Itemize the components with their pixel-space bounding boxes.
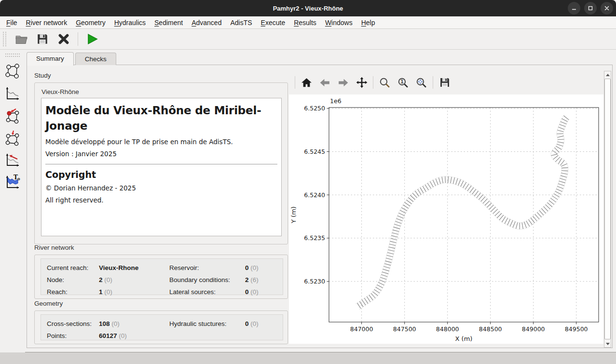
home-icon [301,77,313,89]
svg-text:0: 0 [17,176,20,181]
node-boundary-conditions-button[interactable] [3,107,22,124]
x-tick-label: 849500 [565,325,588,333]
stat-label: Current reach: [47,264,99,271]
plot-home-button[interactable] [300,76,314,90]
stat-label: Reservoir: [169,264,245,271]
menu-bar: FileRiver networkGeometryHydraulicsSedim… [0,16,616,29]
concentration-initial-button[interactable] [3,151,22,169]
desktop: Pamhyr2 - Vieux-Rhône FileRiver networkG… [0,0,616,364]
plot-toolbar-separator [433,76,433,89]
minimize-button[interactable] [568,2,580,14]
stat-value: 0 (0) [245,288,277,296]
magnifier-icon [379,77,391,89]
initial-state-t0-button[interactable]: T 0 [3,174,22,191]
save-study-button[interactable] [35,32,50,46]
river-network-plot[interactable]: 8470008475008480008485008490008495006.52… [289,95,603,344]
study-name-label: Vieux-Rhône [41,88,79,95]
axis-offset-label: 1e6 [330,97,342,105]
minimize-icon [571,5,577,11]
stat-label: Cross-sections: [47,320,99,327]
river-network-group-label: River network [34,244,74,251]
tab-summary[interactable]: Summary [27,52,74,66]
magnifier-fit-icon [415,77,427,89]
stat-value: 2 (0) [99,276,169,283]
stat-value: 108 (0) [99,320,169,327]
geometry-stats: Cross-sections:108 (0)Hydraulic stucture… [41,314,283,340]
toolbar-separator [78,32,78,46]
x-tick-label: 847000 [350,325,373,333]
menu-execute[interactable]: Execute [257,17,290,28]
stat-value: 60127 (0) [99,332,169,339]
geometry-profile-button[interactable] [3,85,22,102]
stat-label: Reach: [47,288,99,296]
close-button[interactable] [601,2,613,14]
window-title: Pamhyr2 - Vieux-Rhône [273,5,343,12]
river-network-button[interactable] [3,63,22,80]
x-tick-label: 848500 [479,325,502,333]
y-axis-label: Y (m) [290,206,297,224]
plot-save-button[interactable] [438,76,452,90]
y-tick-label: 6.5250 [304,105,325,112]
x-tick-label: 848000 [436,325,459,333]
plot-back-button[interactable] [318,76,332,90]
y-tick-label: 6.5240 [304,191,325,199]
doc-divider [45,164,277,164]
run-solver-button[interactable] [85,32,99,46]
desktop-background [0,353,616,364]
close-icon [604,5,610,11]
magnifier-1-icon: 1 [397,77,409,89]
close-study-button[interactable] [56,32,71,46]
floppy-save-icon [36,33,49,45]
folder-open-icon [15,33,28,46]
study-doc-subtitle: Modèle développé pour le TP de prise en … [45,138,277,146]
maximize-button[interactable] [584,2,597,14]
plot-forward-button[interactable] [336,76,350,90]
menu-adists[interactable]: AdisTS [226,17,256,28]
lateral-sources-button[interactable] [3,129,22,147]
plot-zoom-button[interactable] [378,76,392,90]
titlebar[interactable]: Pamhyr2 - Vieux-Rhône [0,0,616,16]
scroll-down-arrow[interactable] [604,340,611,347]
toolbar-grip[interactable] [3,32,6,46]
y-tick-label: 6.5230 [304,278,325,285]
menu-river-network[interactable]: River network [22,17,72,28]
chart-t0-blue-icon: T 0 [4,174,21,190]
menu-results[interactable]: Results [289,17,321,28]
menu-help[interactable]: Help [357,17,380,28]
menu-file[interactable]: File [2,17,22,28]
stat-value: Vieux-Rhone [99,264,169,271]
menu-advanced[interactable]: Advanced [187,17,226,28]
side-toolbar-grip[interactable] [5,54,20,57]
stat-label: Node: [47,276,99,283]
vertical-scrollbar[interactable] [604,71,611,348]
plot-pan-button[interactable] [355,76,369,90]
plot-toolbar-separator [373,76,373,89]
plot-toolbar: 1 [289,70,603,94]
stat-label: Hydraulic stuctures: [169,320,245,327]
plot-zoom-fit-button[interactable] [414,76,428,90]
river-network-stats: Current reach:Vieux-RhoneReservoir:0 (0)… [41,258,283,295]
menu-sediment[interactable]: Sediment [150,17,187,28]
plot-zoom-region-button[interactable]: 1 [396,76,410,90]
study-description[interactable]: Modèle du Vieux-Rhône de Miribel-Jonage … [41,98,282,236]
scroll-up-arrow[interactable] [604,71,611,78]
menu-hydraulics[interactable]: Hydraulics [110,17,150,28]
stat-label: Lateral sources: [169,288,245,296]
stat-value: 0 (0) [245,264,277,271]
menu-geometry[interactable]: Geometry [71,17,110,28]
svg-text:1: 1 [400,79,404,84]
profile-chart-icon [4,85,21,102]
scrollbar-thumb[interactable] [604,79,611,339]
stat-value: 2 (6) [245,276,277,283]
open-study-button[interactable] [14,32,28,46]
pan-move-icon [356,76,368,89]
arrow-right-icon [337,77,349,89]
tab-bar: Summary Checks [27,52,118,65]
plot-toolbar-separator [295,76,295,89]
river-network-groupbox: Current reach:Vieux-RhoneReservoir:0 (0)… [34,255,288,299]
study-doc-version: Version : Janvier 2025 [45,150,277,158]
menu-windows[interactable]: Windows [321,17,357,28]
app-window: Pamhyr2 - Vieux-Rhône FileRiver networkG… [0,0,616,352]
tab-checks[interactable]: Checks [75,53,116,65]
y-tick-label: 6.5235 [304,234,325,242]
